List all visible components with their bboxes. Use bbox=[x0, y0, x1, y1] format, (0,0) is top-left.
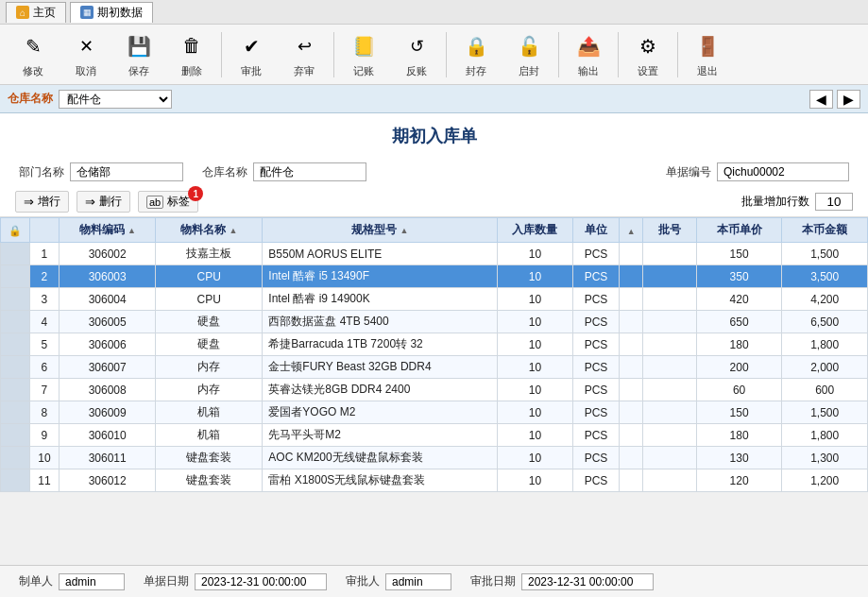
tag-button[interactable]: ab 标签 1 bbox=[138, 191, 198, 213]
cell-batch bbox=[643, 469, 697, 492]
table-row[interactable]: 4 306005 硬盘 西部数据蓝盘 4TB 5400 10 PCS 650 6… bbox=[1, 311, 868, 333]
cell-price: 650 bbox=[696, 311, 782, 333]
cell-code: 306009 bbox=[60, 401, 156, 424]
warehouse-select[interactable]: 配件仓 bbox=[59, 90, 172, 109]
cell-rownum: 11 bbox=[29, 469, 60, 492]
table-row[interactable]: 10 306011 键盘套装 AOC KM200无线键盘鼠标套装 10 PCS … bbox=[1, 447, 868, 469]
table-row[interactable]: 3 306004 CPU Intel 酷睿 i9 14900K 10 PCS 4… bbox=[1, 288, 868, 311]
doc-date-input[interactable] bbox=[195, 573, 327, 590]
add-row-button[interactable]: ⇒ 增行 bbox=[15, 191, 69, 213]
cell-spec: 先马平头哥M2 bbox=[263, 424, 498, 447]
cell-unit: PCS bbox=[572, 356, 620, 379]
cell-unit-sort bbox=[620, 311, 643, 333]
reverse-button[interactable]: ↺ 反账 bbox=[391, 26, 442, 83]
abandon-icon: ↩ bbox=[289, 31, 319, 61]
cell-spec: 英睿达镁光8GB DDR4 2400 bbox=[263, 379, 498, 401]
approver-group: 审批人 bbox=[346, 573, 451, 590]
page-title: 期初入库单 bbox=[392, 127, 477, 145]
cell-code: 306003 bbox=[60, 265, 156, 288]
table-row[interactable]: 5 306006 硬盘 希捷Barracuda 1TB 7200转 32 10 … bbox=[1, 333, 868, 356]
table-row[interactable]: 8 306009 机箱 爱国者YOGO M2 10 PCS 150 1,500 bbox=[1, 401, 868, 424]
main-content: 期初入库单 部门名称 仓库名称 单据编号 ⇒ 增行 ⇒ 删行 ab 标签 bbox=[0, 113, 868, 492]
th-qty: 入库数量 bbox=[498, 218, 572, 243]
sort-icon-spec: ▲ bbox=[400, 226, 409, 235]
nav-next-button[interactable]: ▶ bbox=[837, 90, 860, 109]
cell-price: 420 bbox=[696, 288, 782, 311]
cancel-label: 取消 bbox=[76, 64, 96, 78]
cell-name: 内存 bbox=[156, 379, 263, 401]
delete-button[interactable]: 🗑 删除 bbox=[166, 26, 217, 83]
cell-qty: 10 bbox=[498, 424, 572, 447]
save-button[interactable]: 💾 保存 bbox=[113, 26, 164, 83]
cancel-button[interactable]: ✕ 取消 bbox=[60, 26, 111, 83]
tab-home[interactable]: ⌂ 主页 bbox=[6, 2, 66, 23]
table-row[interactable]: 1 306002 技嘉主板 B550M AORUS ELITE 10 PCS 1… bbox=[1, 243, 868, 265]
approve-icon: ✔ bbox=[236, 31, 266, 61]
table-row[interactable]: 2 306003 CPU Intel 酷睿 i5 13490F 10 PCS 3… bbox=[1, 265, 868, 288]
creator-input[interactable] bbox=[59, 573, 125, 590]
nav-prev-button[interactable]: ◀ bbox=[809, 90, 833, 109]
toolbar-sep-1 bbox=[221, 32, 222, 77]
post-label: 记账 bbox=[353, 64, 374, 78]
doc-input[interactable] bbox=[717, 162, 849, 181]
table-row[interactable]: 6 306007 内存 金士顿FURY Beast 32GB DDR4 10 P… bbox=[1, 356, 868, 379]
cell-price: 130 bbox=[696, 447, 782, 469]
cell-price: 350 bbox=[696, 265, 782, 288]
settings-button[interactable]: ⚙ 设置 bbox=[622, 26, 673, 83]
batch-value-input[interactable] bbox=[815, 193, 853, 211]
add-row-icon: ⇒ bbox=[24, 195, 34, 209]
tab-initial-data[interactable]: ▦ 期初数据 bbox=[70, 2, 153, 23]
table-row[interactable]: 9 306010 机箱 先马平头哥M2 10 PCS 180 1,800 bbox=[1, 424, 868, 447]
delete-row-icon: ⇒ bbox=[85, 195, 95, 209]
warehouse-label: 仓库名称 bbox=[202, 164, 247, 180]
cell-lock bbox=[1, 401, 30, 424]
approver-input[interactable] bbox=[385, 573, 451, 590]
edit-label: 修改 bbox=[23, 64, 43, 78]
th-lock: 🔒 bbox=[1, 218, 30, 243]
cell-unit: PCS bbox=[572, 469, 620, 492]
delete-row-label: 删行 bbox=[99, 194, 122, 210]
seal-button[interactable]: 🔒 封存 bbox=[451, 26, 502, 83]
tab-home-label: 主页 bbox=[33, 5, 56, 21]
cell-amount: 1,500 bbox=[782, 243, 868, 265]
export-button[interactable]: 📤 输出 bbox=[563, 26, 614, 83]
approve-date-input[interactable] bbox=[521, 573, 654, 590]
cell-unit: PCS bbox=[572, 379, 620, 401]
cell-amount: 3,500 bbox=[782, 265, 868, 288]
cell-unit: PCS bbox=[572, 424, 620, 447]
cell-lock bbox=[1, 447, 30, 469]
cell-qty: 10 bbox=[498, 311, 572, 333]
approve-label: 审批 bbox=[241, 64, 262, 78]
cell-batch bbox=[643, 424, 697, 447]
th-code[interactable]: 物料编码 ▲ bbox=[60, 218, 156, 243]
toolbar-sep-6 bbox=[677, 32, 678, 77]
cell-spec: AOC KM200无线键盘鼠标套装 bbox=[263, 447, 498, 469]
toolbar-sep-3 bbox=[446, 32, 447, 77]
cell-spec: 西部数据蓝盘 4TB 5400 bbox=[263, 311, 498, 333]
post-button[interactable]: 📒 记账 bbox=[338, 26, 389, 83]
cell-rownum: 1 bbox=[29, 243, 60, 265]
exit-button[interactable]: 🚪 退出 bbox=[682, 26, 733, 83]
tag-icon: ab bbox=[146, 196, 163, 209]
cell-code: 306011 bbox=[60, 447, 156, 469]
cell-batch bbox=[643, 243, 697, 265]
th-spec[interactable]: 规格型号 ▲ bbox=[263, 218, 498, 243]
abandon-button[interactable]: ↩ 弃审 bbox=[279, 26, 330, 83]
cell-rownum: 3 bbox=[29, 288, 60, 311]
cell-unit: PCS bbox=[572, 311, 620, 333]
cell-batch bbox=[643, 333, 697, 356]
table-row[interactable]: 7 306008 内存 英睿达镁光8GB DDR4 2400 10 PCS 60… bbox=[1, 379, 868, 401]
th-unit-sort[interactable]: ▲ bbox=[620, 218, 643, 243]
th-name[interactable]: 物料名称 ▲ bbox=[156, 218, 263, 243]
unseal-button[interactable]: 🔓 启封 bbox=[503, 26, 554, 83]
cell-qty: 10 bbox=[498, 379, 572, 401]
cell-unit-sort bbox=[620, 356, 643, 379]
table-row[interactable]: 11 306012 键盘套装 雷柏 X1800S无线鼠标键盘套装 10 PCS … bbox=[1, 469, 868, 492]
delete-row-button[interactable]: ⇒ 删行 bbox=[77, 191, 130, 213]
dept-input[interactable] bbox=[70, 162, 183, 181]
approve-button[interactable]: ✔ 审批 bbox=[226, 26, 277, 83]
cell-unit: PCS bbox=[572, 401, 620, 424]
warehouse-input[interactable] bbox=[253, 162, 366, 181]
edit-button[interactable]: ✎ 修改 bbox=[8, 26, 59, 83]
cell-unit: PCS bbox=[572, 288, 620, 311]
